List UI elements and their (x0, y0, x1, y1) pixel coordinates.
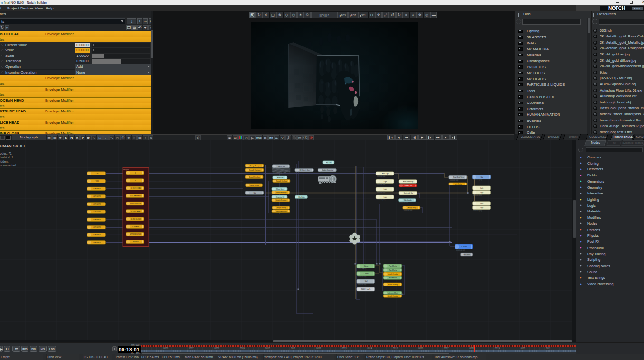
svg-text:Area Light: Area Light (382, 173, 389, 175)
svg-text:0.00/0.00 (0/0): 0.00/0.00 (0/0) (377, 175, 385, 177)
svg-text:Light: Light (384, 181, 387, 183)
svg-text:isabled: 1: isabled: 1 (0, 156, 13, 159)
svg-text:Quantise 3.: Quantise 3. (276, 196, 284, 198)
svg-text:Cloner: Cloner (364, 265, 369, 267)
svg-text:Video Loader: Video Loader (404, 199, 412, 201)
svg-text:Rab Effector: Rab Effector (389, 269, 397, 271)
svg-text:05 FIGHTR: 05 FIGHTR (93, 219, 101, 221)
svg-text:02 FIGHTR: 02 FIGHTR (93, 195, 101, 197)
svg-text:BREATH: BREATH (133, 241, 139, 243)
svg-text:Null: Null (365, 280, 368, 282)
svg-text:Smart Child Verte: Smart Child Verte (453, 176, 464, 178)
svg-text:Range Remap: Range Remap (250, 165, 260, 167)
svg-text:0.00/0.00 (0/0): 0.00/0.00 (0/0) (400, 184, 408, 185)
svg-text:3D Object - Gen.: 3D Object - Gen. (300, 169, 310, 171)
svg-text:08 FIGHTR: 08 FIGHTR (93, 242, 101, 244)
svg-text:04 FIGHTR: 04 FIGHTR (93, 211, 101, 213)
svg-text:idden:: idden: (0, 160, 9, 163)
svg-text:03 EXTRUDE HD: 03 EXTRUDE HD (130, 203, 141, 204)
svg-text:Light: Light (384, 188, 387, 190)
svg-text:Camera: Camera (461, 246, 467, 248)
svg-text:nconnected:: nconnected: (0, 164, 17, 167)
svg-text:0.00/0.00 (0/0): 0.00/0.00 (0/0) (399, 202, 408, 203)
svg-text:0.00/0.00 (0/0): 0.00/0.00 (0/0) (358, 276, 366, 277)
svg-text:odes: 71: odes: 71 (0, 152, 12, 155)
svg-text:Smooth Envelope: Smooth Envelope (276, 192, 287, 194)
svg-text:Clone Grm.: Clone Grm. (276, 188, 284, 190)
svg-text:Y OSC: Y OSC (95, 180, 99, 182)
svg-text:MASH - loop 1.: MASH - loop 1. (361, 288, 371, 290)
svg-text:01 FIGHTR: 01 FIGHTR (93, 188, 101, 190)
svg-text:Smooth Envelope: Smooth Envelope (276, 211, 287, 212)
svg-text:Dark Emitter: Dark Emitter (455, 183, 462, 185)
svg-text:Range Remap: Range Remap (277, 207, 286, 209)
svg-text:Smooth Envelope: Smooth Envelope (276, 180, 287, 182)
svg-text:0.00/0.00 (0/0): 0.00/0.00 (0/0) (404, 209, 412, 211)
svg-text:X: X (135, 172, 136, 174)
svg-text:0.00/0.00 (0/0): 0.00/0.00 (0/0) (273, 172, 282, 174)
svg-text:Null: Null (254, 192, 256, 194)
svg-text:0.00/0.00 (0/0): 0.00/0.00 (0/0) (377, 191, 385, 193)
svg-text:Point Gone Repl.: Point Gone Repl. (403, 181, 414, 183)
svg-text:01 DISTO HEAD: 01 DISTO HEAD (131, 187, 141, 189)
svg-text:Range Remap: Range Remap (250, 185, 259, 186)
svg-text:E,B Defo.: E,B Defo. (326, 162, 332, 164)
svg-text:Light: Light (480, 192, 483, 194)
svg-text:Smooth Envelope: Smooth Envelope (388, 284, 398, 286)
svg-text:Y: Y (135, 180, 136, 182)
svg-text:Smooth Envelope: Smooth Envelope (388, 295, 398, 297)
svg-text:Pab Effector: Pab Effector (389, 277, 397, 279)
svg-text:Extrusion: Extrusion (277, 177, 284, 179)
svg-text:04 SLICE HEAD: 04 SLICE HEAD (131, 211, 141, 212)
svg-text:06 FIGHTR: 06 FIGHTR (93, 226, 101, 228)
svg-text:Pan Effector: Pan Effector (389, 265, 397, 267)
svg-text:Smooth Envelope: Smooth Envelope (276, 199, 287, 201)
svg-text:Reference Effector: Reference Effector (388, 292, 398, 294)
svg-text:0.00/0.00 (0/0): 0.00/0.00 (0/0) (456, 249, 465, 251)
svg-text:Null: Null (481, 176, 483, 178)
svg-text:Cloner: Cloner (364, 273, 369, 275)
svg-text:Range Array: Range Array (408, 207, 416, 209)
svg-text:03 FIGHTR: 03 FIGHTR (93, 203, 101, 205)
svg-text:Elm Defor.: Elm Defor. (298, 196, 305, 198)
svg-text:Light: Light (480, 187, 483, 189)
svg-text:0.00/0.00 (0/0): 0.00/0.00 (0/0) (377, 199, 385, 201)
svg-text:06 SWARM: 06 SWARM (132, 226, 140, 228)
svg-text:07 FIGHTR: 07 FIGHTR (93, 234, 101, 236)
svg-text:Smooth Envelope: Smooth Envelope (249, 176, 260, 178)
svg-text:Near Plane.: Near Plane. (464, 254, 471, 256)
svg-text:Smooth Envelope: Smooth Envelope (388, 273, 398, 275)
svg-text:Mayors: Mayors (123, 169, 129, 171)
svg-text:Light: Light (384, 196, 387, 198)
svg-text:Cabbie Geometry: Cabbie Geometry (322, 169, 333, 171)
svg-text:02 OCEAN HEAD: 02 OCEAN HEAD (130, 195, 141, 197)
svg-text:Light: Light (480, 207, 483, 209)
svg-text:Light: Light (480, 203, 483, 204)
svg-text:07 TURBULENCE: 07 TURBULENCE (130, 233, 142, 235)
svg-text:Shutterbolt Grp: Shutterbolt Grp (404, 192, 413, 194)
svg-text:Smooth Envelope: Smooth Envelope (249, 169, 261, 171)
svg-text:X OSC: X OSC (95, 173, 99, 175)
svg-text:CARS - low: CARS - low (278, 166, 285, 167)
svg-text:0.00/0.00 (0/0): 0.00/0.00 (0/0) (473, 210, 482, 212)
svg-text:05 LINE CLONE: 05 LINE CLONE (131, 218, 141, 220)
svg-text:0.00/0.00 (0/0): 0.00/0.00 (0/0) (377, 183, 385, 185)
svg-text:UMAN SKULL: UMAN SKULL (0, 144, 26, 148)
